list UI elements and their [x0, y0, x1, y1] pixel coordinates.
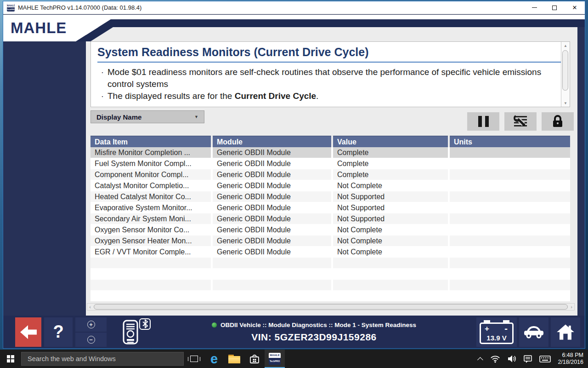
table-cell: Catalyst Monitor Completio... [90, 180, 211, 191]
table-cell: Generic OBDII Module [213, 247, 331, 257]
bullet-item: · The displayed results are for the Curr… [97, 90, 563, 102]
help-button[interactable]: ? [44, 317, 73, 347]
back-button[interactable] [15, 317, 41, 347]
scroll-down-icon[interactable]: ▼ [561, 99, 570, 107]
edge-button[interactable]: e [204, 350, 224, 368]
table-cell: Secondary Air System Moni... [90, 213, 211, 224]
table-cell: Fuel System Monitor Compl... [90, 158, 211, 169]
start-button[interactable] [0, 350, 21, 368]
home-button[interactable] [551, 317, 580, 347]
task-view-button[interactable] [184, 350, 204, 368]
column-header[interactable]: Value [333, 136, 448, 147]
back-arrow-icon [19, 324, 38, 340]
table-cell [213, 269, 331, 279]
data-setup-button[interactable] [504, 112, 537, 131]
volume-icon[interactable] [507, 354, 516, 363]
tray-expand-icon[interactable] [477, 357, 483, 363]
table-row[interactable]: Heated Catalyst Monitor Co...Generic OBD… [90, 191, 570, 202]
table-cell: Complete [333, 147, 448, 158]
column-header[interactable]: Units [450, 136, 570, 147]
vertical-scrollbar[interactable]: ▲ ▼ [561, 42, 570, 107]
table-cell [333, 280, 448, 290]
column-header[interactable]: Module [213, 136, 331, 147]
minimize-button[interactable] [524, 1, 544, 14]
zoom-in-button[interactable]: + [75, 317, 107, 332]
table-cell [213, 291, 331, 301]
battery-voltage-button[interactable]: + - 13.9 V [476, 317, 517, 347]
table-row[interactable]: Catalyst Monitor Completio...Generic OBD… [90, 180, 570, 191]
table-cell: Not Supported [333, 202, 448, 213]
scroll-right-icon[interactable]: › [569, 304, 574, 310]
scroll-left-icon[interactable]: ‹ [87, 304, 93, 310]
table-cell [450, 147, 570, 158]
table-row[interactable]: Secondary Air System Moni...Generic OBDI… [90, 213, 570, 224]
table-row[interactable]: Evaporative System Monitor...Generic OBD… [90, 202, 570, 213]
column-header[interactable]: Data Item [90, 136, 211, 147]
pause-button[interactable] [467, 112, 499, 131]
help-icon: ? [53, 322, 63, 342]
table-cell: Complete [333, 169, 448, 180]
lock-icon [551, 115, 564, 128]
touch-keyboard-icon[interactable] [539, 354, 551, 363]
action-center-icon[interactable] [523, 354, 532, 363]
table-row[interactable]: Misfire Monitor Completion ...Generic OB… [90, 147, 570, 158]
data-setup-icon [514, 115, 527, 128]
zoom-out-icon: − [87, 336, 95, 344]
table-cell [450, 169, 570, 180]
vehicle-button[interactable] [519, 317, 548, 347]
wifi-icon[interactable] [490, 354, 500, 363]
table-cell [450, 224, 570, 235]
table-cell [213, 280, 331, 290]
description-panel: System Readiness Monitors (Current Drive… [90, 41, 570, 107]
table-cell [450, 258, 570, 268]
horizontal-scrollbar[interactable]: ‹ › [87, 303, 575, 310]
table-cell: Component Monitor Compl... [90, 169, 211, 180]
folder-icon [228, 355, 240, 363]
scrollbar-thumb[interactable] [562, 50, 568, 91]
table-cell: Generic OBDII Module [213, 147, 331, 158]
table-cell: Misfire Monitor Completion ... [90, 147, 211, 158]
table-row[interactable]: EGR / VVT Monitor Comple...Generic OBDII… [90, 247, 570, 257]
clock-time: 6:48 PM [558, 352, 583, 359]
windows-logo-icon [7, 355, 14, 362]
table-row-empty[interactable] [90, 258, 570, 268]
scroll-up-icon[interactable]: ▲ [561, 42, 570, 49]
table-cell [450, 236, 570, 246]
display-name-dropdown[interactable]: Display Name ▼ [90, 110, 204, 123]
toolbar-row: Display Name ▼ [86, 110, 577, 131]
table-cell [90, 258, 211, 268]
table-row-empty[interactable] [90, 291, 570, 301]
table-body: Misfire Monitor Completion ...Generic OB… [90, 147, 570, 301]
zoom-out-button[interactable]: − [75, 333, 107, 347]
window-title: MAHLE TechPRO v1.14.07000 (Data: 01.98.4… [18, 4, 141, 11]
h-scrollbar-thumb[interactable] [94, 304, 568, 310]
table-cell [333, 291, 448, 301]
table-cell: EGR / VVT Monitor Comple... [90, 247, 211, 257]
mahle-techpro-taskbar-button[interactable]: MAHLE TechPRO [265, 350, 285, 368]
store-button[interactable] [244, 350, 265, 368]
edge-icon: e [210, 352, 218, 366]
table-row[interactable]: Oxygen Sensor Heater Mon...Generic OBDII… [90, 236, 570, 246]
table-row[interactable]: Component Monitor Compl...Generic OBDII … [90, 169, 570, 180]
breadcrumb: OBDII Vehicle :: Module Diagnostics :: M… [220, 322, 416, 328]
mahle-logo-text: MAHLE [11, 19, 67, 37]
table-cell [90, 269, 211, 279]
vci-device-button[interactable] [109, 317, 152, 347]
table-cell [450, 269, 570, 279]
file-explorer-button[interactable] [224, 350, 244, 368]
taskbar-clock[interactable]: 6:48 PM 2/18/2016 [558, 352, 583, 366]
table-cell [450, 213, 570, 224]
maximize-button[interactable] [544, 1, 565, 14]
table-cell: Generic OBDII Module [213, 169, 331, 180]
table-cell: Generic OBDII Module [213, 213, 331, 224]
table-row-empty[interactable] [90, 269, 570, 279]
table-row[interactable]: Fuel System Monitor Compl...Generic OBDI… [90, 158, 570, 169]
table-row-empty[interactable] [90, 280, 570, 290]
lock-button[interactable] [542, 112, 574, 131]
table-cell: Generic OBDII Module [213, 158, 331, 169]
table-row[interactable]: Oxygen Sensor Monitor Co...Generic OBDII… [90, 224, 570, 235]
bullet-text: The displayed results are for the Curren… [107, 90, 563, 102]
search-input[interactable] [21, 352, 184, 366]
zoom-controls: + − [75, 317, 107, 347]
close-button[interactable]: ✕ [565, 1, 585, 14]
